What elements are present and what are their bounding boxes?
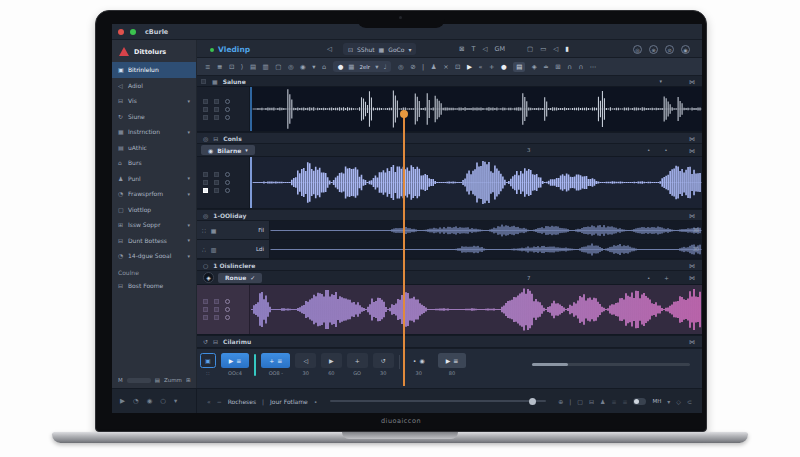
lane-a-clip[interactable]: 38 [270,221,702,239]
eye-icon[interactable]: ◉ [681,45,690,54]
lane-b-clip[interactable]: 30 [270,240,702,258]
sidebar-item-vis[interactable]: ⊟Vis▾ [112,93,196,109]
track2-pill[interactable]: ◉ Bilarne ▾ [201,145,255,155]
transport-b7[interactable]: ∙◉ 30 [405,353,433,376]
record-arm-button[interactable] [225,307,230,312]
record-arm-button[interactable] [225,172,230,177]
copy-icon[interactable]: ▥ [211,246,217,253]
mute-button[interactable] [203,315,208,320]
solo-button[interactable] [214,180,219,185]
minus-box-icon[interactable]: ⊟ [589,398,594,405]
therefore-icon[interactable]: ∴ [202,246,206,253]
speaker-button[interactable]: ◁ [295,353,316,368]
track4-pill[interactable]: Ronue ✓ [218,273,262,283]
mute-button[interactable] [203,172,208,177]
solo-button[interactable] [214,107,219,112]
solo-button[interactable] [214,299,219,304]
ring-icon[interactable]: ○ [160,397,166,405]
collapse-icon[interactable]: ⋈ [689,338,695,345]
section-row-oislinclere[interactable]: ○ 1 Oislinclere ⋈ [197,259,702,271]
slash-icon[interactable]: ⊘ [665,45,674,54]
section-row-cilarimu[interactable]: ↺ ⊟ Cilarimu ⋈ [197,335,702,348]
sidebar-item-instrnction[interactable]: ▦Instrnction▾ [112,124,196,140]
panel-icon[interactable]: ▢ [577,398,583,405]
playhead-handle[interactable] [400,110,408,118]
slider-knob[interactable] [529,398,536,405]
user-icon[interactable]: ♟ [600,398,605,405]
checkbox-icon[interactable]: ⊡ [455,63,460,71]
panel-icon[interactable]: ▢ [275,63,281,71]
record-arm-button[interactable] [225,180,230,185]
track2-header[interactable]: ◉ Bilarne ▾ 3 ∙ ∙ ⋈ [197,144,702,157]
mute-button[interactable] [203,115,208,120]
track4-header[interactable]: ◈ Ronue ✓ 7 ∙ + ⋈ [197,271,702,285]
cursor-icon[interactable]: ⟩ [241,63,244,71]
record-arm-button[interactable] [225,99,230,104]
play-list-button[interactable]: ▶≡ [438,353,467,368]
plus-box-icon[interactable]: ⊞ [555,63,560,71]
checkbox[interactable] [201,79,206,84]
speaker-icon[interactable]: ◁ [327,45,332,53]
record-arm-button[interactable] [225,115,230,120]
record-icon[interactable]: ● [501,63,507,71]
record-mode-button[interactable]: ▶≡ [221,353,250,368]
dots-icon[interactable]: ∷ [202,227,206,234]
mute-button[interactable] [203,299,208,304]
chevron-down-icon[interactable]: ▾ [174,397,177,405]
solo-button[interactable] [214,115,219,120]
record-arm-button[interactable] [225,299,230,304]
clock-icon[interactable]: ◔ [133,397,139,405]
zoom-window-button[interactable] [130,29,136,35]
record-arm-button[interactable] [225,107,230,112]
play-button[interactable]: ▶ [321,353,342,368]
record-arm-button[interactable] [225,188,230,193]
chevron-down-icon[interactable]: ▾ [375,63,378,71]
transport-b4[interactable]: ▶ 60 [321,353,342,376]
track1-header[interactable]: ▦ Salune ▾ ⋈ [197,76,702,87]
track1-clip[interactable] [250,87,702,131]
rows-icon[interactable]: ≣ [217,63,222,71]
plus-box-icon[interactable]: ⊞ [186,377,191,383]
grid-toggle-button[interactable]: ▣ [200,353,216,368]
collapse-icon[interactable]: ⋈ [689,274,695,281]
play-icon[interactable]: ▶ [120,397,125,405]
diamond-icon[interactable]: ◈ [532,63,537,71]
circle-icon[interactable]: ◎ [633,45,642,54]
sidebar-item-bost-foome[interactable]: ⊟Bost Foome [112,278,196,294]
chevron-down-icon[interactable]: ▾ [659,78,662,84]
solo-button[interactable] [214,307,219,312]
toggle-switch[interactable] [633,398,646,405]
transport-b8[interactable]: ▶≡ 80 [438,353,467,376]
dot-button[interactable]: ∙◉ [405,353,433,368]
solo-button[interactable] [214,99,219,104]
seek-slider[interactable] [330,400,547,402]
record-arm-button[interactable] [225,315,230,320]
solo-button[interactable] [214,188,219,193]
section-row-ooliday[interactable]: ◎ 1-OOliday ⋈ [197,209,702,221]
speaker-icon[interactable]: ◁ [482,45,487,53]
grid-icon[interactable]: ▦ [211,227,217,234]
project-indicator[interactable]: Vledinp [210,45,250,54]
record-icon[interactable]: ● [338,63,344,71]
sidebar-item-viottlop[interactable]: ▢Viottlop [112,202,196,218]
lozenge-icon[interactable]: ◇ [676,398,681,405]
playhead-line[interactable] [403,113,405,386]
minus-icon[interactable]: − [217,398,222,405]
add-mode-button[interactable]: +≡ [261,353,290,368]
transport-grid-toggle[interactable]: ▣ ∷ [200,353,216,376]
sidebar-item-uathic[interactable]: ▤uAthic [112,140,196,156]
undo-button[interactable]: ↺ [373,353,394,368]
mute-button[interactable] [203,99,208,104]
sidebar-item-issw-soppr[interactable]: ⊞Issw Soppr▾ [112,217,196,233]
transport-b3[interactable]: ◁ 30 [295,353,316,376]
menu-icon[interactable]: ≡ [622,398,627,405]
transport-b1[interactable]: ▶≡ OOc4 [221,353,250,376]
clip-icon[interactable]: ▤ [250,63,256,71]
collapse-icon[interactable]: ⋈ [689,78,695,85]
active-button[interactable] [203,188,208,193]
circle-icon[interactable]: ◎ [398,63,404,71]
solo-button[interactable] [214,172,219,177]
circle-icon[interactable]: ◎ [288,63,294,71]
mute-button[interactable] [203,107,208,112]
sidebar-item-burs[interactable]: ⌂Burs [112,155,196,171]
